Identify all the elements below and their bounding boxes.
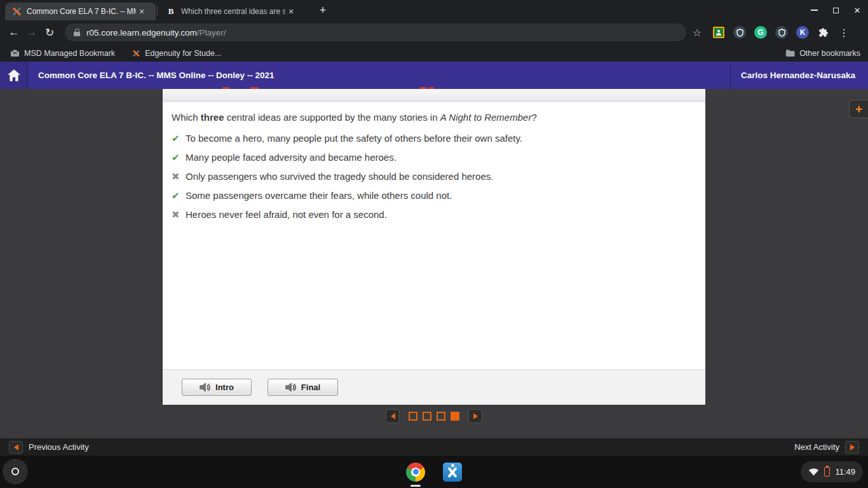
tab-title: Common Core ELA 7 B-IC. – MM bbox=[27, 7, 136, 16]
previous-activity-arrow[interactable] bbox=[9, 441, 23, 454]
answer-option: ✖ Only passengers who survived the trage… bbox=[172, 170, 696, 189]
tab-strip: Common Core ELA 7 B-IC. – MM ✕ B Which t… bbox=[0, 0, 868, 20]
bookmark-label: Edgenuity for Stude... bbox=[145, 49, 221, 58]
bookmark-label: MSD Managed Bookmark bbox=[24, 49, 115, 58]
right-arrow-icon bbox=[473, 413, 478, 419]
next-activity-arrow[interactable] bbox=[845, 441, 859, 454]
restore-button[interactable] bbox=[825, 0, 846, 20]
answer-text: Some passengers overcame their fears, wh… bbox=[186, 189, 452, 203]
answer-mark-icon: ✔ bbox=[172, 151, 186, 165]
url-host: r05.core.learn.edgenuity.com bbox=[86, 28, 197, 37]
browser-toolbar: ← → ↻ r05.core.learn.edgenuity.com /Play… bbox=[0, 20, 868, 44]
intro-audio-button[interactable]: Intro bbox=[182, 379, 252, 396]
answer-text: Heroes never feel afraid, not even for a… bbox=[186, 208, 387, 222]
page-navigation bbox=[0, 409, 868, 423]
managed-bookmark-icon bbox=[10, 49, 20, 57]
bookmark-star-icon[interactable]: ☆ bbox=[689, 24, 705, 41]
page-square[interactable] bbox=[423, 412, 431, 421]
course-title: Common Core ELA 7 B-IC. -- MMS Online --… bbox=[38, 71, 275, 80]
next-activity-label: Next Activity bbox=[794, 442, 839, 452]
bookmark-edgenuity[interactable]: Edgenuity for Stude... bbox=[125, 46, 227, 60]
left-arrow-icon bbox=[14, 444, 18, 451]
answer-text: Many people faced adversity and became h… bbox=[186, 151, 397, 165]
answer-option: ✔ Many people faced adversity and became… bbox=[172, 151, 696, 170]
tab-title: Which three central ideas are su bbox=[181, 7, 285, 16]
answer-text: Only passengers who survived the tragedy… bbox=[186, 170, 493, 184]
lock-icon bbox=[74, 29, 80, 36]
previous-activity-button[interactable]: Previous Activity bbox=[9, 441, 89, 454]
card-footer: Intro Final bbox=[163, 369, 705, 405]
speaker-icon bbox=[285, 383, 296, 392]
tab-course-player[interactable]: Common Core ELA 7 B-IC. – MM ✕ bbox=[5, 3, 156, 20]
kami-extension-icon[interactable]: K bbox=[796, 25, 810, 39]
extensions-row: G K ⋮ bbox=[712, 25, 850, 39]
page-square[interactable] bbox=[409, 412, 417, 421]
window-controls: ✕ bbox=[803, 0, 868, 20]
classroom-extension-icon[interactable] bbox=[712, 25, 726, 39]
tab-search-result[interactable]: B Which three central ideas are su ✕ bbox=[159, 3, 307, 20]
other-bookmarks-button[interactable]: Other bookmarks bbox=[778, 49, 868, 58]
url-path: /Player/ bbox=[197, 28, 226, 37]
chrome-shelf-icon[interactable] bbox=[406, 463, 425, 482]
close-icon[interactable]: ✕ bbox=[285, 6, 297, 17]
edgenuity-shelf-icon[interactable] bbox=[443, 463, 462, 482]
new-tab-button[interactable]: + bbox=[315, 3, 330, 18]
close-window-button[interactable]: ✕ bbox=[846, 0, 868, 20]
edgenuity-x-icon bbox=[11, 6, 22, 17]
right-arrow-icon bbox=[850, 444, 855, 451]
plus-icon: + bbox=[855, 103, 863, 116]
minimize-button[interactable] bbox=[803, 0, 825, 20]
folder-icon bbox=[785, 49, 795, 57]
intro-label: Intro bbox=[215, 383, 234, 392]
final-label: Final bbox=[301, 383, 320, 392]
answer-option: ✔ Some passengers overcame their fears, … bbox=[172, 189, 696, 208]
answer-mark-icon: ✖ bbox=[172, 208, 186, 222]
answer-option: ✖ Heroes never feel afraid, not even for… bbox=[172, 208, 696, 227]
bookmark-msd-managed[interactable]: MSD Managed Bookmark bbox=[4, 46, 121, 60]
browser-menu-icon[interactable]: ⋮ bbox=[837, 27, 850, 39]
tab-divider bbox=[157, 6, 158, 16]
question-card: Which three central ideas are supported … bbox=[163, 89, 705, 405]
minimize-icon bbox=[811, 10, 818, 11]
left-arrow-icon bbox=[391, 413, 395, 419]
extensions-puzzle-icon[interactable] bbox=[817, 25, 831, 39]
grammarly-extension-icon[interactable]: G bbox=[754, 25, 768, 39]
activity-nav-bar: Previous Activity Next Activity bbox=[0, 438, 868, 456]
answer-mark-icon: ✖ bbox=[172, 170, 186, 184]
next-activity-button[interactable]: Next Activity bbox=[794, 441, 859, 454]
status-tray[interactable]: 11:49 bbox=[801, 461, 863, 482]
answer-mark-icon: ✔ bbox=[172, 132, 186, 146]
previous-page-button[interactable] bbox=[386, 409, 400, 423]
speaker-icon bbox=[200, 383, 210, 392]
home-button[interactable] bbox=[0, 62, 28, 89]
battery-icon bbox=[824, 467, 830, 477]
home-icon bbox=[8, 69, 20, 81]
edgenuity-app-icon bbox=[443, 463, 462, 482]
shield-extension-icon[interactable] bbox=[733, 25, 747, 39]
forward-button[interactable]: → bbox=[23, 24, 41, 41]
chromeos-shelf: 11:49 bbox=[0, 456, 868, 488]
final-audio-button[interactable]: Final bbox=[268, 379, 338, 396]
card-body: Which three central ideas are supported … bbox=[163, 102, 705, 369]
active-app-indicator bbox=[410, 485, 421, 487]
page-squares bbox=[409, 412, 459, 421]
other-bookmarks-label: Other bookmarks bbox=[799, 49, 860, 58]
bookmarks-bar: MSD Managed Bookmark Edgenuity for Stude… bbox=[0, 44, 868, 62]
close-icon[interactable]: ✕ bbox=[136, 6, 147, 17]
shield-extension-icon-2[interactable] bbox=[775, 25, 789, 39]
screen: Common Core ELA 7 B-IC. – MM ✕ B Which t… bbox=[0, 0, 868, 488]
reload-button[interactable]: ↻ bbox=[41, 24, 58, 41]
previous-activity-label: Previous Activity bbox=[29, 442, 89, 452]
back-button[interactable]: ← bbox=[5, 24, 23, 41]
next-page-button[interactable] bbox=[468, 409, 482, 423]
player-viewport: Which three central ideas are supported … bbox=[0, 89, 868, 456]
answer-option: ✔ To become a hero, many people put the … bbox=[172, 132, 696, 151]
enotes-expand-button[interactable]: + bbox=[849, 100, 868, 118]
address-bar[interactable]: r05.core.learn.edgenuity.com /Player/ bbox=[65, 24, 686, 41]
page-square[interactable] bbox=[451, 412, 459, 421]
question-text: Which three central ideas are supported … bbox=[172, 112, 696, 123]
page-square[interactable] bbox=[437, 412, 445, 421]
wifi-icon bbox=[808, 468, 819, 476]
restore-icon bbox=[833, 8, 839, 13]
answer-mark-icon: ✔ bbox=[172, 189, 186, 203]
